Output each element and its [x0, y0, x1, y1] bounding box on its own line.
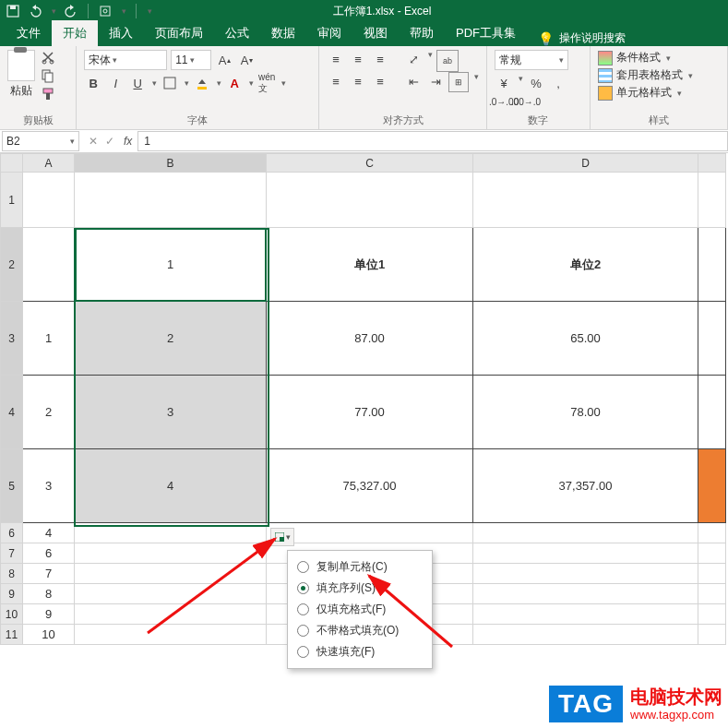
conditional-format-button[interactable]: 条件格式▾ — [598, 50, 720, 66]
cell-E6[interactable] — [698, 523, 726, 543]
col-header-B[interactable]: B — [75, 154, 267, 173]
cell-D10[interactable] — [473, 604, 698, 625]
tab-data[interactable]: 数据 — [260, 20, 306, 46]
decrease-decimal-icon[interactable]: .00→.0 — [517, 92, 535, 111]
fill-series[interactable]: 填充序列(S) — [295, 578, 424, 599]
tab-review[interactable]: 审阅 — [306, 20, 352, 46]
search-label[interactable]: 操作说明搜索 — [559, 30, 626, 46]
autofill-options-button[interactable] — [270, 528, 294, 546]
row-header-8[interactable]: 8 — [1, 564, 23, 584]
cell-D4[interactable]: 78.00 — [473, 376, 698, 449]
cell-B4[interactable]: 3 — [75, 376, 267, 449]
cell-B6[interactable] — [75, 523, 267, 543]
cell-A1[interactable] — [23, 173, 75, 228]
cut-icon[interactable] — [41, 50, 57, 65]
select-all-corner[interactable] — [1, 154, 23, 173]
cell-A10[interactable]: 9 — [23, 604, 75, 625]
cell-C2[interactable]: 单位1 — [267, 228, 473, 302]
font-name-select[interactable]: 宋体▾ — [84, 50, 167, 70]
cell-D1[interactable] — [473, 173, 698, 228]
row-header-9[interactable]: 9 — [1, 584, 23, 604]
cell-B1[interactable] — [75, 173, 267, 228]
cell-C4[interactable]: 77.00 — [267, 376, 473, 449]
row-header-6[interactable]: 6 — [1, 523, 23, 543]
fill-format-only[interactable]: 仅填充格式(F) — [295, 599, 424, 620]
italic-button[interactable]: I — [106, 74, 125, 92]
align-center-icon[interactable]: ≡ — [349, 72, 367, 90]
cell-D9[interactable] — [473, 584, 698, 604]
cell-B9[interactable] — [75, 584, 267, 604]
formula-bar[interactable]: 1 — [137, 131, 728, 151]
cell-A6[interactable]: 4 — [23, 523, 75, 543]
cell-E9[interactable] — [698, 584, 726, 604]
dropdown-icon[interactable]: ▾ — [122, 6, 126, 16]
tab-file[interactable]: 文件 — [6, 20, 52, 46]
cell-B3[interactable]: 2 — [75, 302, 267, 376]
merge-button[interactable]: ⊞ — [448, 72, 469, 92]
copy-icon[interactable] — [41, 68, 57, 83]
row-header-11[interactable]: 11 — [1, 625, 23, 645]
cell-B10[interactable] — [75, 604, 267, 625]
fill-copy-cells[interactable]: 复制单元格(C) — [295, 556, 424, 578]
col-header-E[interactable] — [698, 154, 726, 173]
align-bottom-icon[interactable]: ≡ — [371, 50, 389, 68]
decrease-font-icon[interactable]: A▾ — [237, 51, 256, 69]
tab-home[interactable]: 开始 — [52, 20, 98, 46]
underline-button[interactable]: U — [128, 74, 147, 92]
row-header-7[interactable]: 7 — [1, 543, 23, 564]
redo-icon[interactable] — [64, 4, 78, 18]
cell-D2[interactable]: 单位2 — [473, 228, 698, 302]
row-header-5[interactable]: 5 — [1, 449, 23, 523]
cell-C3[interactable]: 87.00 — [267, 302, 473, 376]
cell-C6[interactable] — [267, 523, 473, 543]
col-header-A[interactable]: A — [23, 154, 75, 173]
cell-C5[interactable]: 75,327.00 — [267, 449, 473, 523]
number-format-select[interactable]: 常规▾ — [495, 50, 568, 70]
align-right-icon[interactable]: ≡ — [371, 72, 389, 90]
cell-E3[interactable] — [698, 302, 726, 376]
cell-A2[interactable] — [23, 228, 75, 302]
bold-button[interactable]: B — [84, 74, 102, 92]
cell-A4[interactable]: 2 — [23, 376, 75, 449]
cell-A11[interactable]: 10 — [23, 625, 75, 645]
cancel-formula-icon[interactable]: ✕ — [89, 135, 98, 148]
undo-icon[interactable] — [28, 4, 42, 18]
align-top-icon[interactable]: ≡ — [327, 50, 345, 68]
cell-B2[interactable]: 1 — [75, 228, 267, 302]
align-left-icon[interactable]: ≡ — [327, 72, 345, 90]
cell-B5[interactable]: 4 — [75, 449, 267, 523]
cell-D7[interactable] — [473, 543, 698, 564]
row-header-1[interactable]: 1 — [1, 173, 23, 228]
cell-E10[interactable] — [698, 604, 726, 625]
tab-insert[interactable]: 插入 — [98, 20, 144, 46]
comma-icon[interactable]: , — [549, 74, 567, 92]
cell-C1[interactable] — [267, 173, 473, 228]
cell-E5[interactable] — [698, 449, 726, 523]
name-box[interactable]: B2▾ — [2, 131, 79, 151]
tab-view[interactable]: 视图 — [352, 20, 399, 46]
orientation-icon[interactable]: ⤢ — [404, 50, 423, 68]
row-header-3[interactable]: 3 — [1, 302, 23, 376]
wrap-text-button[interactable]: ab — [436, 50, 459, 72]
font-size-select[interactable]: 11▾ — [171, 50, 211, 70]
col-header-C[interactable]: C — [267, 154, 473, 173]
format-painter-icon[interactable] — [41, 87, 57, 101]
fill-color-button[interactable] — [193, 74, 211, 92]
cell-A9[interactable]: 8 — [23, 584, 75, 604]
currency-icon[interactable]: ¥ — [495, 74, 513, 92]
cell-B11[interactable] — [75, 625, 267, 645]
cell-D11[interactable] — [473, 625, 698, 645]
cell-E8[interactable] — [698, 564, 726, 584]
decrease-indent-icon[interactable]: ⇤ — [404, 72, 423, 90]
row-header-10[interactable]: 10 — [1, 604, 23, 625]
cell-D8[interactable] — [473, 564, 698, 584]
cell-E4[interactable] — [698, 376, 726, 449]
align-middle-icon[interactable]: ≡ — [349, 50, 367, 68]
tab-help[interactable]: 帮助 — [399, 20, 445, 46]
cell-A3[interactable]: 1 — [23, 302, 75, 376]
cell-A5[interactable]: 3 — [23, 449, 75, 523]
border-button[interactable] — [161, 74, 179, 92]
row-header-4[interactable]: 4 — [1, 376, 23, 449]
cell-B8[interactable] — [75, 564, 267, 584]
enter-formula-icon[interactable]: ✓ — [105, 135, 114, 148]
